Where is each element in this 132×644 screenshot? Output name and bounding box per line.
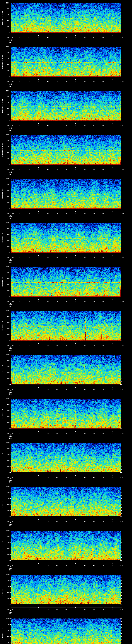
x-tick-label: 15 <box>36 389 41 390</box>
x-tick-label: 5 <box>17 125 22 126</box>
end-time-label: 22:00 <box>116 125 128 126</box>
x-tick-label: 20 <box>45 433 50 434</box>
date-line: 2015 <box>5 306 16 307</box>
x-tick-label: 30 <box>64 389 69 390</box>
x-tick-label: 55 <box>110 301 115 302</box>
y-tick-label: 0 <box>4 340 10 341</box>
y-tick-label: 400 <box>4 636 10 637</box>
end-time-label: 25:00 <box>116 257 128 258</box>
y-tick-label: 0 <box>4 32 10 34</box>
x-tick-label: 25 <box>54 608 60 610</box>
x-tick-label: 55 <box>110 565 115 566</box>
x-tick-label: 25 <box>54 345 60 346</box>
y-tick-label: 400 <box>4 152 10 154</box>
y-tick-label: 200 <box>4 334 10 336</box>
x-tick-label: 35 <box>73 81 78 82</box>
x-tick-label: 5 <box>17 213 22 214</box>
x-tick-label: 45 <box>92 345 96 346</box>
y-tick-label: 400 <box>4 416 10 418</box>
x-tick-label: 10 <box>26 37 32 39</box>
y-tick-label: 200 <box>4 70 10 72</box>
x-tick-label: 20 <box>45 37 50 39</box>
y-axis-title: Frequency (Hz) <box>2 310 3 341</box>
x-tick-label: 45 <box>92 389 96 390</box>
y-tick-label: 800 <box>4 272 10 274</box>
spectrogram-panel: Frequency (Hz) 11:23:00 24:00 0200400600… <box>0 176 132 220</box>
x-tick-label: 5 <box>17 81 22 82</box>
spectrogram-panel: Frequency (Hz) 11:26:00 27:00 0200400600… <box>0 308 132 352</box>
x-tick-label: 45 <box>92 608 96 610</box>
x-tick-label: 35 <box>73 301 78 302</box>
end-time-label: 23:00 <box>116 169 128 170</box>
y-tick-label: 600 <box>4 14 10 16</box>
x-tick-label: 30 <box>64 301 69 302</box>
x-tick-label: 50 <box>101 213 106 214</box>
end-time-label: 27:00 <box>116 345 128 346</box>
y-tick-label: 600 <box>4 146 10 148</box>
y-tick-label: 400 <box>4 284 10 286</box>
x-tick-label: 55 <box>110 520 115 522</box>
start-time-label: 11:21:00 <box>5 125 16 126</box>
x-tick-label: 55 <box>110 257 115 258</box>
x-tick-label: 35 <box>73 169 78 170</box>
y-tick-label: 0 <box>4 516 10 517</box>
date-line: 26 <box>5 302 16 304</box>
y-tick-label: 200 <box>4 202 10 204</box>
x-tick-label: 35 <box>73 608 78 610</box>
x-tick-label: 5 <box>17 565 22 566</box>
date-line: Oct <box>5 568 16 569</box>
date-line: 26 <box>5 566 16 568</box>
x-tick-label: 40 <box>82 389 87 390</box>
x-tick-label: 20 <box>45 565 50 566</box>
y-tick-label: 1000 <box>4 354 10 356</box>
y-tick-label: 800 <box>4 492 10 493</box>
y-tick-label: 0 <box>4 208 10 210</box>
y-tick-label: 400 <box>4 108 10 110</box>
x-tick-label: 20 <box>45 477 50 478</box>
date-line: 2015 <box>5 481 16 483</box>
x-tick-label: 45 <box>92 301 96 302</box>
end-time-label: 31:00 <box>116 520 128 522</box>
y-axis-title: Frequency (Hz) <box>2 354 3 385</box>
x-tick-label: 30 <box>64 520 69 522</box>
x-tick-label: 15 <box>36 37 41 39</box>
y-axis-title: Frequency (Hz) <box>2 574 3 605</box>
x-tick-label: 10 <box>26 169 32 170</box>
x-tick-label: 45 <box>92 433 96 434</box>
x-tick-label: 55 <box>110 433 115 434</box>
end-time-label: 28:00 <box>116 389 128 390</box>
y-tick-label: 600 <box>4 410 10 412</box>
end-time-label: 29:00 <box>116 433 128 434</box>
x-tick-label: 25 <box>54 125 60 126</box>
y-tick-label: 600 <box>4 630 10 631</box>
y-tick-label: 600 <box>4 498 10 499</box>
y-tick-label: 800 <box>4 580 10 581</box>
y-tick-label: 200 <box>4 642 10 643</box>
x-tick-label: 15 <box>36 125 41 126</box>
x-tick-label: 20 <box>45 345 50 346</box>
date-line: 2015 <box>5 525 16 527</box>
x-tick-label: 5 <box>17 169 22 170</box>
y-tick-label: 0 <box>4 296 10 298</box>
x-tick-label: 40 <box>82 125 87 126</box>
y-tick-label: 400 <box>4 548 10 549</box>
x-tick-label: 10 <box>26 520 32 522</box>
x-tick-label: 55 <box>110 345 115 346</box>
y-tick-label: 200 <box>4 246 10 248</box>
x-tick-label: 20 <box>45 257 50 258</box>
x-tick-label: 45 <box>92 125 96 126</box>
y-tick-label: 800 <box>4 404 10 406</box>
date-line: Oct <box>5 436 16 438</box>
x-tick-label: 15 <box>36 257 41 258</box>
x-tick-label: 40 <box>82 565 87 566</box>
y-tick-label: 800 <box>4 316 10 318</box>
x-tick-label: 35 <box>73 37 78 39</box>
x-tick-label: 20 <box>45 81 50 82</box>
x-tick-label: 55 <box>110 608 115 610</box>
x-tick-label: 15 <box>36 477 41 478</box>
x-tick-label: 30 <box>64 477 69 478</box>
x-tick-label: 15 <box>36 520 41 522</box>
y-tick-label: 800 <box>4 228 10 230</box>
date-line: 2015 <box>5 262 16 263</box>
date-line: 2015 <box>5 42 16 43</box>
